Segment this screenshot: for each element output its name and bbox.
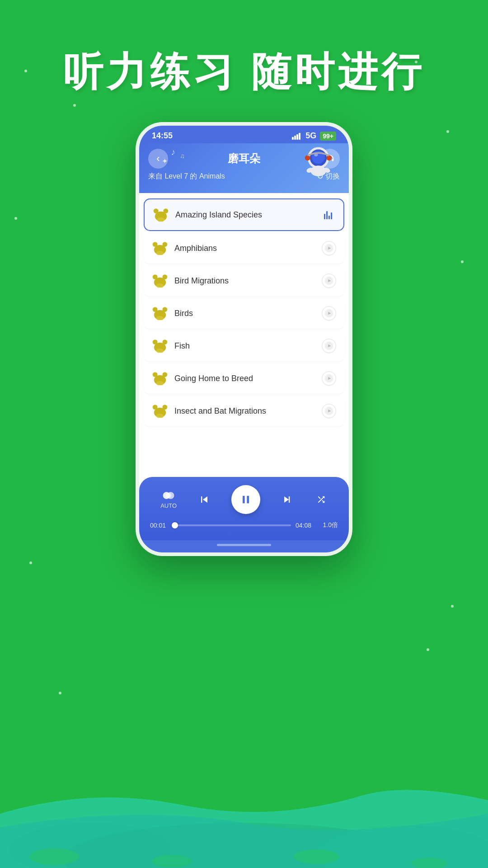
- svg-rect-9: [296, 134, 298, 140]
- track-bear-icon: [153, 207, 169, 223]
- track-name-7: Insect and Bat Migrations: [174, 406, 315, 416]
- pause-button[interactable]: [231, 485, 260, 514]
- phone-mockup: 14:55 5G 99+ ♪ ♫ ✦ ‹ 磨耳朵: [136, 122, 352, 556]
- bear-svg: [152, 372, 168, 385]
- astronaut-decoration: [299, 143, 344, 184]
- sparkle-icon: ✦: [162, 157, 168, 165]
- play-icon: [324, 244, 333, 253]
- track-item[interactable]: Fish: [144, 330, 344, 361]
- app-header: ♪ ♫ ✦ ‹ 磨耳朵 来自 Level 7 的 Animals ↻ 切换: [139, 143, 349, 193]
- svg-point-5: [294, 849, 339, 864]
- battery-badge: 99+: [320, 132, 336, 141]
- svg-point-4: [151, 855, 192, 868]
- track-bear-icon: [152, 273, 168, 289]
- track-name-5: Fish: [174, 341, 315, 351]
- prev-button[interactable]: [198, 493, 211, 506]
- music-note-icon-2: ♫: [180, 152, 185, 160]
- track-item[interactable]: Insect and Bat Migrations: [144, 396, 344, 426]
- page-title: 听力练习 随时进行: [0, 45, 488, 99]
- play-button-5[interactable]: [322, 339, 336, 353]
- home-bar: [217, 544, 271, 546]
- astronaut-icon: [299, 143, 338, 182]
- player-section: AUTO: [139, 477, 349, 540]
- svg-rect-7: [292, 137, 294, 140]
- track-bear-icon: [152, 240, 168, 256]
- track-name-6: Going Home to Breed: [174, 374, 315, 383]
- play-icon: [324, 341, 333, 350]
- shuffle-button[interactable]: [315, 495, 328, 505]
- track-name-2: Amphibians: [174, 244, 315, 253]
- play-button-3[interactable]: [322, 274, 336, 288]
- track-name-3: Bird Migrations: [174, 276, 315, 286]
- track-name-4: Birds: [174, 309, 315, 318]
- prev-icon: [198, 493, 211, 506]
- play-button-4[interactable]: [322, 306, 336, 321]
- progress-area: 00:01 04:08 1.0倍: [150, 521, 338, 529]
- playing-indicator: [321, 208, 335, 222]
- bear-svg: [152, 404, 168, 418]
- auto-label: AUTO: [160, 502, 177, 509]
- track-item[interactable]: Amphibians: [144, 233, 344, 264]
- home-indicator: [139, 540, 349, 552]
- time-display: 14:55: [152, 131, 173, 141]
- svg-rect-8: [294, 136, 296, 140]
- play-icon: [324, 276, 333, 285]
- auto-icon: [162, 491, 175, 500]
- track-bear-icon: [152, 338, 168, 354]
- signal-icon: [292, 132, 302, 140]
- total-time: 04:08: [296, 522, 315, 529]
- track-name-1: Amazing Island Species: [175, 210, 314, 220]
- track-item[interactable]: Bird Migrations: [144, 265, 344, 296]
- track-bear-icon: [152, 305, 168, 321]
- play-button-7[interactable]: [322, 404, 336, 418]
- play-icon: [324, 309, 333, 318]
- app-title-label: 磨耳朵: [228, 151, 260, 166]
- play-icon: [324, 374, 333, 383]
- track-item[interactable]: Going Home to Breed: [144, 363, 344, 394]
- player-controls: AUTO: [150, 485, 338, 514]
- svg-point-62: [166, 492, 171, 498]
- progress-bar[interactable]: [174, 524, 291, 526]
- bear-svg: [152, 241, 168, 255]
- network-label: 5G: [305, 131, 316, 141]
- track-list: Amazing Island Species: [139, 193, 349, 486]
- subtitle-label: 来自 Level 7 的 Animals: [148, 172, 225, 181]
- next-button[interactable]: [281, 493, 294, 506]
- progress-fill: [174, 524, 175, 526]
- svg-point-3: [29, 849, 79, 865]
- svg-point-17: [311, 165, 326, 176]
- svg-rect-10: [299, 133, 300, 140]
- progress-thumb: [172, 522, 178, 528]
- play-icon: [324, 406, 333, 415]
- bear-svg: [152, 307, 168, 320]
- bear-svg: [152, 274, 168, 288]
- track-item[interactable]: Birds: [144, 298, 344, 329]
- current-time: 00:01: [150, 522, 170, 529]
- speed-label[interactable]: 1.0倍: [320, 521, 338, 529]
- auto-button[interactable]: AUTO: [160, 491, 177, 509]
- track-bear-icon: [152, 403, 168, 419]
- status-bar: 14:55 5G 99+: [139, 126, 349, 143]
- track-item[interactable]: Amazing Island Species: [144, 198, 344, 231]
- music-note-icon: ♪: [171, 147, 175, 157]
- play-button-6[interactable]: [322, 371, 336, 386]
- svg-point-16: [326, 155, 332, 160]
- shuffle-icon: [315, 495, 328, 505]
- pause-icon: [239, 493, 252, 506]
- next-icon: [281, 493, 294, 506]
- bear-svg: [153, 208, 169, 222]
- play-button-2[interactable]: [322, 241, 336, 255]
- svg-point-15: [305, 155, 310, 160]
- track-bear-icon: [152, 370, 168, 387]
- bear-svg: [152, 339, 168, 353]
